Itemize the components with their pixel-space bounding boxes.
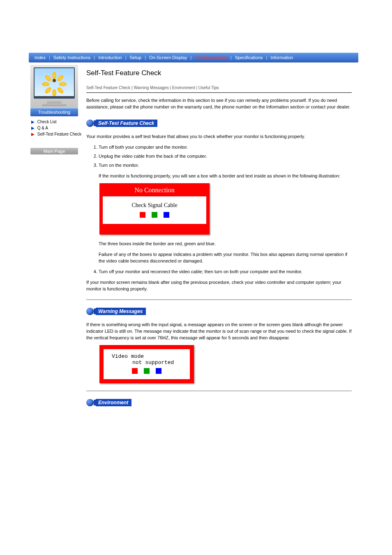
divider xyxy=(86,299,352,300)
rgb-squares xyxy=(103,212,206,219)
sidebar-item-label: Check List xyxy=(37,120,57,124)
nav-sep: | xyxy=(189,55,192,60)
step: Turn off both your computer and the moni… xyxy=(99,144,352,150)
intro-note: Before calling for service, check the in… xyxy=(86,93,352,115)
nav-introduction[interactable]: Introduction xyxy=(96,55,124,60)
sidebar-item-qa[interactable]: ▶ Q & A xyxy=(31,125,86,131)
divider xyxy=(86,391,352,391)
bullet-icon xyxy=(86,399,94,406)
red-square-icon xyxy=(140,212,145,218)
step: Unplug the video cable from the back of … xyxy=(99,153,352,159)
triangle-icon: ▶ xyxy=(31,126,35,130)
nav-sep: | xyxy=(93,55,96,60)
figure-line1: Video mode xyxy=(104,353,190,359)
paragraph: If your monitor screen remains blank aft… xyxy=(86,279,352,292)
sidebar-item-label: Self-Test Feature Check xyxy=(37,132,81,136)
paragraph: If there is something wrong with the inp… xyxy=(86,321,352,341)
nav-index[interactable]: Index xyxy=(32,55,48,60)
heading-label: Warning Messages xyxy=(96,308,146,315)
figure-title: No Connection xyxy=(103,187,206,196)
sidebar-item-checklist[interactable]: ▶ Check List xyxy=(31,119,86,125)
sidebar-section-label: Troubleshooting xyxy=(30,108,78,116)
triangle-icon: ▶ xyxy=(31,132,35,136)
nav-osd[interactable]: On-Screen Display xyxy=(147,55,189,60)
nav-safety[interactable]: Safety Instructions xyxy=(51,55,93,60)
heading-warning: Warning Messages xyxy=(86,307,146,315)
heading-selftest: Self-Test Feature Check xyxy=(86,119,157,127)
figure-message: Check Signal Cable xyxy=(103,202,206,209)
red-square-icon xyxy=(132,368,138,374)
main-page-button[interactable]: Main Page xyxy=(30,148,78,154)
nav-information[interactable]: Information xyxy=(268,55,295,60)
paragraph: If the monitor is functioning properly, … xyxy=(86,173,352,179)
nav-troubleshooting[interactable]: Troubleshooting xyxy=(192,55,229,60)
paragraph: Your monitor provides a self test featur… xyxy=(86,133,352,140)
paragraph: Failure of any of the boxes to appear in… xyxy=(86,251,352,264)
blue-square-icon xyxy=(164,212,169,218)
heading-environment: Environment xyxy=(86,398,131,407)
step: Turn off your monitor and reconnect the … xyxy=(99,268,352,275)
sub-nav-crumbs: Self-Test Feature Check | Warning Messag… xyxy=(86,78,352,92)
nav-sep: | xyxy=(125,55,127,60)
nav-setup[interactable]: Setup xyxy=(127,55,144,60)
selftest-steps-cont: Turn off your monitor and reconnect the … xyxy=(86,268,352,275)
bullet-icon xyxy=(86,308,94,315)
flower-icon xyxy=(46,72,62,89)
nav-specifications[interactable]: Specifications xyxy=(233,55,265,60)
page-title: Self-Test Feature Check xyxy=(86,69,161,77)
nav-sep: | xyxy=(48,55,51,60)
figure-line2: not supported xyxy=(104,359,190,366)
nav-sep: | xyxy=(144,55,147,60)
monitor-illustration xyxy=(30,65,78,108)
step: Turn on the monitor. xyxy=(99,162,352,168)
top-nav: Index | Safety Instructions | Introducti… xyxy=(29,53,358,62)
selftest-steps: Turn off both your computer and the moni… xyxy=(86,144,352,168)
heading-label: Environment xyxy=(96,399,131,406)
sidebar-item-selftest[interactable]: ▶ Self-Test Feature Check xyxy=(31,131,86,137)
green-square-icon xyxy=(152,212,157,218)
sidebar-item-label: Q & A xyxy=(37,126,48,130)
blue-square-icon xyxy=(156,368,161,374)
rgb-squares xyxy=(104,368,190,375)
green-square-icon xyxy=(144,368,150,374)
bullet-icon xyxy=(86,120,94,127)
video-mode-figure: Video mode not supported xyxy=(99,345,194,383)
paragraph: The three boxes inside the border are re… xyxy=(86,240,352,247)
nav-sep: | xyxy=(265,55,268,60)
heading-label: Self-Test Feature Check xyxy=(96,120,157,127)
nav-sep: | xyxy=(230,55,233,60)
no-connection-figure: No Connection Check Signal Cable xyxy=(99,183,210,235)
triangle-icon: ▶ xyxy=(31,120,35,124)
